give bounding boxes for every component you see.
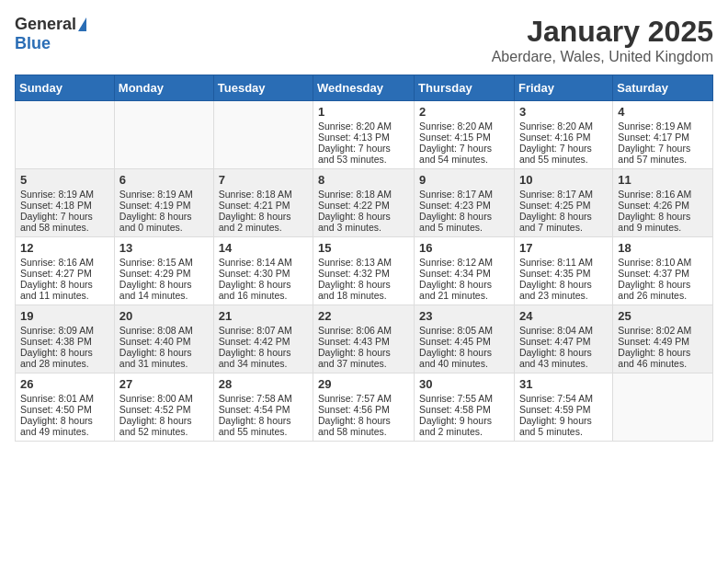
day-info-line: Sunset: 4:19 PM xyxy=(119,200,209,211)
calendar-cell: 15Sunrise: 8:13 AMSunset: 4:32 PMDayligh… xyxy=(313,237,415,305)
day-info-line: and 54 minutes. xyxy=(419,154,509,165)
calendar-cell: 8Sunrise: 8:18 AMSunset: 4:22 PMDaylight… xyxy=(313,169,415,237)
day-info-line: and 14 minutes. xyxy=(119,290,209,301)
day-info-line: Sunset: 4:56 PM xyxy=(318,404,409,415)
calendar-cell: 31Sunrise: 7:54 AMSunset: 4:59 PMDayligh… xyxy=(514,373,612,442)
day-number: 18 xyxy=(618,241,708,255)
day-info-line: Sunrise: 7:57 AM xyxy=(318,393,409,404)
day-info-line: Daylight: 7 hours xyxy=(318,143,409,154)
week-row-0: 1Sunrise: 8:20 AMSunset: 4:13 PMDaylight… xyxy=(16,101,713,169)
day-info-line: Sunrise: 8:17 AM xyxy=(519,189,608,200)
day-info-line: and 16 minutes. xyxy=(219,290,308,301)
day-info-line: Sunset: 4:37 PM xyxy=(618,268,708,279)
day-number: 19 xyxy=(20,309,109,323)
day-number: 17 xyxy=(519,241,608,255)
day-info-line: Daylight: 9 hours xyxy=(519,415,608,426)
day-number: 6 xyxy=(119,173,209,187)
day-info-line: and 7 minutes. xyxy=(519,222,608,233)
day-info-line: Daylight: 8 hours xyxy=(419,347,509,358)
day-number: 25 xyxy=(618,309,708,323)
day-number: 23 xyxy=(419,309,509,323)
calendar-cell: 24Sunrise: 8:04 AMSunset: 4:47 PMDayligh… xyxy=(514,305,612,373)
calendar-subtitle: Aberdare, Wales, United Kingdom xyxy=(492,49,713,65)
day-info-line: Sunrise: 8:17 AM xyxy=(419,189,509,200)
day-number: 15 xyxy=(318,241,409,255)
day-info-line: and 34 minutes. xyxy=(219,358,308,369)
day-info-line: Sunrise: 8:12 AM xyxy=(419,257,509,268)
day-info-line: Daylight: 7 hours xyxy=(419,143,509,154)
day-info-line: Sunrise: 8:20 AM xyxy=(419,121,509,132)
day-info-line: and 37 minutes. xyxy=(318,358,409,369)
day-info-line: Sunrise: 8:19 AM xyxy=(20,189,109,200)
calendar-cell: 10Sunrise: 8:17 AMSunset: 4:25 PMDayligh… xyxy=(514,169,612,237)
title-area: January 2025 Aberdare, Wales, United Kin… xyxy=(492,15,713,65)
day-info-line: Daylight: 8 hours xyxy=(119,211,209,222)
day-number: 2 xyxy=(419,105,509,119)
day-number: 31 xyxy=(519,377,608,391)
weekday-header-row: SundayMondayTuesdayWednesdayThursdayFrid… xyxy=(16,75,713,101)
day-info-line: Daylight: 8 hours xyxy=(419,279,509,290)
day-info-line: Sunrise: 7:55 AM xyxy=(419,393,509,404)
day-info-line: and 3 minutes. xyxy=(318,222,409,233)
day-info-line: Sunrise: 8:14 AM xyxy=(219,257,308,268)
calendar-cell: 14Sunrise: 8:14 AMSunset: 4:30 PMDayligh… xyxy=(213,237,313,305)
calendar-title: January 2025 xyxy=(492,15,713,49)
week-row-2: 12Sunrise: 8:16 AMSunset: 4:27 PMDayligh… xyxy=(16,237,713,305)
day-info-line: Sunset: 4:42 PM xyxy=(219,336,308,347)
day-info-line: and 31 minutes. xyxy=(119,358,209,369)
calendar-cell: 2Sunrise: 8:20 AMSunset: 4:15 PMDaylight… xyxy=(415,101,515,169)
day-info-line: Daylight: 8 hours xyxy=(219,415,308,426)
weekday-header-friday: Friday xyxy=(514,75,612,101)
day-number: 21 xyxy=(219,309,308,323)
day-info-line: Sunrise: 8:16 AM xyxy=(20,257,109,268)
day-info-line: Sunrise: 8:09 AM xyxy=(20,325,109,336)
day-info-line: Daylight: 8 hours xyxy=(219,347,308,358)
day-info-line: Sunrise: 8:06 AM xyxy=(318,325,409,336)
day-info-line: Sunrise: 8:11 AM xyxy=(519,257,608,268)
day-info-line: and 57 minutes. xyxy=(618,154,708,165)
day-info-line: Sunrise: 8:10 AM xyxy=(618,257,708,268)
day-info-line: Daylight: 8 hours xyxy=(119,347,209,358)
calendar-cell: 18Sunrise: 8:10 AMSunset: 4:37 PMDayligh… xyxy=(613,237,713,305)
day-info-line: Daylight: 8 hours xyxy=(618,279,708,290)
day-number: 26 xyxy=(20,377,109,391)
day-info-line: Sunrise: 8:20 AM xyxy=(318,121,409,132)
calendar-cell: 21Sunrise: 8:07 AMSunset: 4:42 PMDayligh… xyxy=(213,305,313,373)
day-number: 14 xyxy=(219,241,308,255)
day-info-line: Daylight: 8 hours xyxy=(618,347,708,358)
day-info-line: Sunrise: 8:13 AM xyxy=(318,257,409,268)
weekday-header-wednesday: Wednesday xyxy=(313,75,415,101)
day-info-line: Sunrise: 7:54 AM xyxy=(519,393,608,404)
day-info-line: and 53 minutes. xyxy=(318,154,409,165)
day-number: 3 xyxy=(519,105,608,119)
day-number: 30 xyxy=(419,377,509,391)
day-info-line: Daylight: 8 hours xyxy=(419,211,509,222)
day-info-line: and 5 minutes. xyxy=(419,222,509,233)
weekday-header-saturday: Saturday xyxy=(613,75,713,101)
day-info-line: Daylight: 8 hours xyxy=(618,211,708,222)
day-info-line: and 28 minutes. xyxy=(20,358,109,369)
day-number: 5 xyxy=(20,173,109,187)
day-info-line: Sunset: 4:13 PM xyxy=(318,132,409,143)
day-info-line: and 43 minutes. xyxy=(519,358,608,369)
calendar-cell: 17Sunrise: 8:11 AMSunset: 4:35 PMDayligh… xyxy=(514,237,612,305)
calendar-cell: 25Sunrise: 8:02 AMSunset: 4:49 PMDayligh… xyxy=(613,305,713,373)
calendar-cell: 12Sunrise: 8:16 AMSunset: 4:27 PMDayligh… xyxy=(16,237,115,305)
day-info-line: Sunset: 4:17 PM xyxy=(618,132,708,143)
day-info-line: Sunrise: 8:02 AM xyxy=(618,325,708,336)
day-number: 7 xyxy=(219,173,308,187)
calendar-cell xyxy=(114,101,213,169)
day-info-line: Sunset: 4:49 PM xyxy=(618,336,708,347)
day-info-line: and 58 minutes. xyxy=(318,426,409,437)
day-info-line: Daylight: 8 hours xyxy=(519,347,608,358)
day-info-line: Sunset: 4:50 PM xyxy=(20,404,109,415)
day-info-line: Daylight: 9 hours xyxy=(419,415,509,426)
day-info-line: Sunset: 4:59 PM xyxy=(519,404,608,415)
calendar-cell: 23Sunrise: 8:05 AMSunset: 4:45 PMDayligh… xyxy=(415,305,515,373)
day-number: 4 xyxy=(618,105,708,119)
calendar-cell xyxy=(16,101,115,169)
calendar-cell: 27Sunrise: 8:00 AMSunset: 4:52 PMDayligh… xyxy=(114,373,213,442)
calendar-cell: 1Sunrise: 8:20 AMSunset: 4:13 PMDaylight… xyxy=(313,101,415,169)
day-number: 27 xyxy=(119,377,209,391)
day-info-line: Daylight: 8 hours xyxy=(20,279,109,290)
